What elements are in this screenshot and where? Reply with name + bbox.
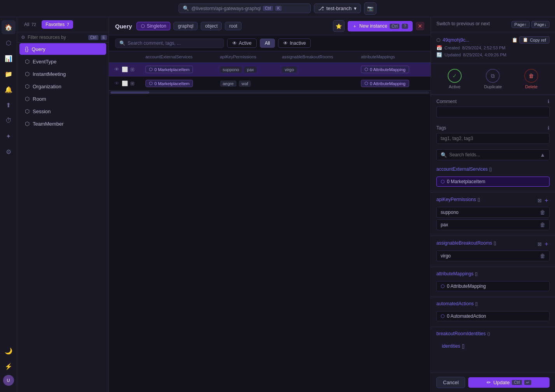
session-icon: ⬡: [25, 108, 30, 114]
sidebar-item-label-session: Session: [33, 108, 51, 114]
rp-query-id[interactable]: 49qmohj9c...: [443, 37, 469, 43]
global-search-bar[interactable]: 🔍 @livestorm/api-gateways-graphql Ctrl K: [179, 4, 311, 13]
active-circle: ✓: [448, 69, 462, 83]
icon-sidebar-bottom: 🌙 ⚡ U: [2, 344, 16, 389]
delete-suppono-icon[interactable]: 🗑: [540, 209, 545, 215]
page-next-button[interactable]: Page↓: [531, 21, 550, 28]
rp-account-external-section: accountExternalServices [] ⬡ 0 Marketpla…: [431, 166, 555, 188]
sidebar-item-session[interactable]: ⬡ Session: [19, 105, 106, 117]
account-external-title: accountExternalServices []: [436, 166, 492, 172]
horizontal-scrollbar[interactable]: [109, 91, 431, 94]
filter-active-button[interactable]: 👁 Active: [227, 38, 257, 48]
sidebar-item-eventtype[interactable]: ⬡ EventType: [19, 56, 106, 67]
root-pill[interactable]: root: [225, 22, 242, 30]
star-button[interactable]: ⭐: [333, 20, 345, 32]
nav-deploy[interactable]: ⬆: [2, 98, 16, 112]
assignable-virgo[interactable]: virgo 🗑: [436, 250, 550, 261]
nav-home[interactable]: 🏠: [2, 20, 16, 34]
nav-theme-toggle[interactable]: 🌙: [2, 344, 16, 358]
comment-label: Comment: [436, 99, 457, 104]
attribute-value[interactable]: ⬡ 0 AttributeMapping: [436, 281, 550, 291]
delete-pax-icon[interactable]: 🗑: [540, 222, 545, 228]
rp-assignable-section: assignableBreakoutRooms [] ⊠ ＋ virgo 🗑: [431, 236, 555, 263]
copy-ref-button[interactable]: 📋 Copy ref: [519, 36, 550, 44]
cancel-button[interactable]: Cancel: [436, 377, 465, 388]
sidebar-item-query[interactable]: {} Query: [19, 43, 106, 55]
delete-virgo-icon[interactable]: 🗑: [540, 253, 545, 259]
sidebar-item-teammember[interactable]: ⬡ TeamMember: [19, 118, 106, 130]
col-assignable[interactable]: assignableBreakoutRooms: [277, 51, 355, 63]
sidebar-item-instantmeeting[interactable]: ⬡ InstantMeeting: [19, 68, 106, 80]
comment-input[interactable]: [436, 107, 550, 117]
nav-activity[interactable]: ⏱: [2, 114, 16, 128]
update-button[interactable]: ✏ Update Ctrl ↵: [468, 377, 550, 388]
query-title: Query: [115, 23, 132, 30]
search-fields-input[interactable]: [449, 152, 537, 158]
tags-input[interactable]: [436, 133, 550, 144]
account-external-value[interactable]: ⬡ 0 MarketplaceItem: [436, 177, 550, 187]
rp-nav-buttons: Page↑ Page↓: [511, 21, 550, 28]
branch-selector[interactable]: ⎇ test-branch ▾: [314, 4, 361, 13]
table-row[interactable]: 👁 ⬜ ⊞ ⬡ 0 MarketplaceItem: [109, 63, 431, 77]
sidebar-item-room[interactable]: ⬡ Room: [19, 93, 106, 105]
data-table: accountExternalServices apiKeyPermission…: [109, 51, 431, 91]
breakout-cell: virgo: [277, 63, 355, 77]
rp-comment-section: Comment ℹ: [431, 95, 555, 121]
close-button[interactable]: ✕: [416, 22, 424, 30]
copy-doc-icon: 📋: [512, 37, 518, 43]
new-instance-button[interactable]: ＋ New instance Ctrl ?: [348, 21, 413, 32]
api-key-suppono[interactable]: suppono 🗑: [436, 207, 550, 218]
sidebar-item-label-room: Room: [33, 96, 46, 102]
active-status-item[interactable]: ✓ Active: [448, 69, 462, 89]
instantmeeting-icon: ⬡: [25, 71, 30, 77]
tab-favorites[interactable]: Favorites 7: [42, 20, 73, 29]
duplicate-status-item[interactable]: ⧉ Duplicate: [484, 69, 502, 89]
tag-suppono: suppono: [220, 66, 242, 73]
graphql-pill[interactable]: graphql: [173, 22, 198, 30]
api-key-pax[interactable]: pax 🗑: [436, 219, 550, 230]
assignable-clear-button[interactable]: ⊠: [537, 240, 542, 248]
table-row[interactable]: 👁 ⬜ ⊞ ⬡ 0 MarketplaceItem: [109, 77, 431, 91]
marketplace-badge-2: ⬡ 0 MarketplaceItem: [145, 80, 193, 87]
table-scroll[interactable]: accountExternalServices apiKeyPermission…: [109, 51, 431, 392]
object-pill[interactable]: object: [201, 22, 222, 30]
nav-files[interactable]: 📁: [2, 67, 16, 81]
api-key-add-button[interactable]: ＋: [543, 196, 550, 205]
sidebar-item-organization[interactable]: ⬡ Organization: [19, 80, 106, 92]
nav-notifications[interactable]: 🔔: [2, 82, 16, 96]
updated-value: 8/29/2024, 4:09:26 PM: [463, 52, 506, 57]
search-bar-text: @livestorm/api-gateways-graphql: [191, 6, 261, 11]
kbd-ctrl-update: Ctrl: [512, 380, 522, 385]
content-area: Query ⬡ Singleton graphql object root ⭐ …: [109, 17, 431, 392]
camera-button[interactable]: 📷: [364, 2, 376, 15]
eventtype-icon: ⬡: [25, 58, 30, 65]
nav-analytics[interactable]: 📊: [2, 51, 16, 65]
nav-settings[interactable]: ⚙: [2, 145, 16, 159]
search-icon: 🔍: [183, 5, 189, 11]
attribute-cell: ⬡ 0 AttributeMapping: [355, 63, 431, 77]
singleton-pill[interactable]: ⬡ Singleton: [137, 22, 170, 30]
nav-graph[interactable]: ✦: [2, 129, 16, 143]
nav-filters[interactable]: ⚡: [2, 359, 16, 373]
automated-value[interactable]: ⬡ 0 AutomatedAction: [436, 311, 550, 321]
attr-field-icon: ⬡: [441, 284, 445, 289]
comment-info-icon: ℹ: [548, 99, 550, 104]
chevron-down-icon: ▾: [354, 5, 357, 11]
user-avatar[interactable]: U: [3, 375, 14, 386]
col-attribute[interactable]: attributeMappings: [355, 51, 431, 63]
assignable-add-button[interactable]: ＋: [543, 240, 550, 248]
filter-all-button[interactable]: All: [260, 38, 275, 48]
chevron-up-button[interactable]: ▲: [540, 152, 545, 158]
filter-icon: ⚙: [21, 35, 25, 40]
tab-all[interactable]: All 72: [20, 20, 40, 29]
filter-inactive-button[interactable]: 👁 Inactive: [278, 38, 311, 48]
page-prev-button[interactable]: Page↑: [511, 21, 530, 28]
col-api-key[interactable]: apiKeyPermissions: [215, 51, 277, 63]
table-search[interactable]: 🔍 Search comment, tags, ...: [115, 38, 224, 48]
api-key-clear-button[interactable]: ⊠: [537, 196, 542, 205]
query-icon: {}: [25, 46, 28, 52]
sidebar-filter-input[interactable]: [28, 35, 86, 40]
col-account-external[interactable]: accountExternalServices: [140, 51, 215, 63]
nav-objects[interactable]: ⬡: [2, 36, 16, 50]
delete-status-item[interactable]: 🗑 Delete: [524, 69, 538, 89]
